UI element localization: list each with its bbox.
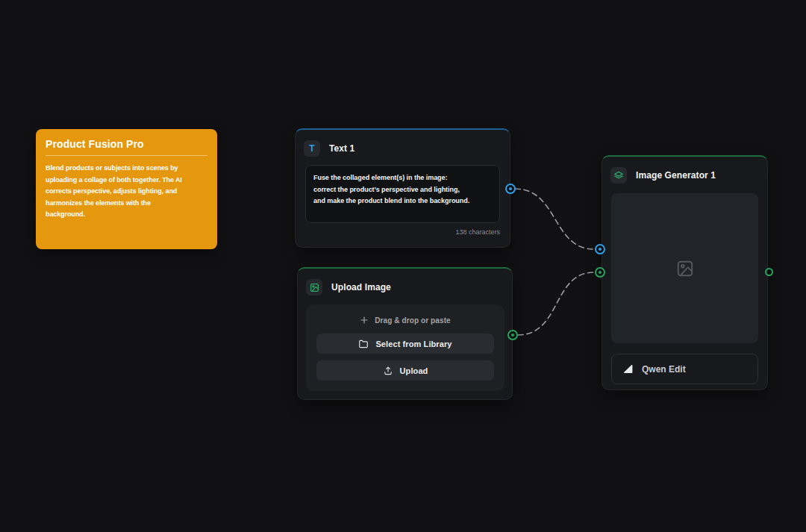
note-body: Blend products or subjects into scenes b… [46, 163, 207, 221]
text-icon: T [304, 140, 320, 157]
text-icon-letter: T [309, 143, 314, 154]
port-dot [599, 271, 602, 274]
image-icon [306, 279, 322, 295]
text-node-output-port[interactable] [505, 184, 516, 194]
image-generator-node[interactable]: Image Generator 1 Qwen Edit [602, 155, 768, 390]
upload-arrow-icon [383, 366, 393, 376]
note-card[interactable]: Product Fusion Pro Blend products or sub… [36, 129, 217, 249]
upload-button[interactable]: Upload [316, 360, 494, 381]
generator-image-input-port[interactable] [595, 267, 605, 278]
note-title: Product Fusion Pro [46, 138, 207, 150]
upload-node-title: Upload Image [331, 282, 391, 292]
generator-node-title: Image Generator 1 [636, 170, 716, 181]
generator-output-port[interactable] [765, 268, 773, 276]
port-dot [509, 187, 512, 190]
select-from-library-label: Select from Library [375, 339, 452, 348]
dropzone-row: Drag & drop or paste [316, 313, 494, 327]
char-count: 138 characters [296, 223, 510, 236]
image-placeholder-icon [675, 259, 695, 278]
generator-text-input-port[interactable] [595, 244, 605, 254]
note-divider [46, 155, 207, 156]
layers-icon [610, 167, 627, 184]
text-node[interactable]: T Text 1 Fuse the collaged element(s) in… [295, 128, 510, 248]
text-node-title: Text 1 [329, 143, 354, 154]
wire-text-to-generator [515, 189, 594, 249]
prompt-textarea[interactable]: Fuse the collaged element(s) in the imag… [305, 165, 500, 223]
model-label: Qwen Edit [642, 364, 686, 375]
prompt-text: Fuse the collaged element(s) in the imag… [313, 172, 492, 207]
dropzone-label: Drag & drop or paste [375, 316, 450, 325]
port-dot [599, 248, 602, 251]
upload-button-label: Upload [400, 366, 428, 375]
upload-image-node[interactable]: Upload Image Drag & drop or paste Select… [297, 267, 513, 400]
select-from-library-button[interactable]: Select from Library [316, 334, 494, 354]
generator-node-header: Image Generator 1 [602, 157, 767, 192]
text-node-header: T Text 1 [296, 130, 510, 165]
upload-node-header: Upload Image [298, 269, 512, 304]
plus-icon [360, 316, 369, 325]
folder-icon [358, 339, 369, 349]
node-editor-canvas[interactable]: Product Fusion Pro Blend products or sub… [0, 0, 806, 532]
upload-dropzone[interactable]: Drag & drop or paste Select from Library… [306, 304, 504, 391]
model-selector[interactable]: Qwen Edit [611, 354, 758, 384]
wire-upload-to-generator [518, 272, 594, 335]
qwen-logo-icon [622, 363, 634, 375]
port-dot [511, 334, 514, 337]
upload-node-output-port[interactable] [507, 330, 518, 340]
generated-image-preview [611, 193, 758, 343]
